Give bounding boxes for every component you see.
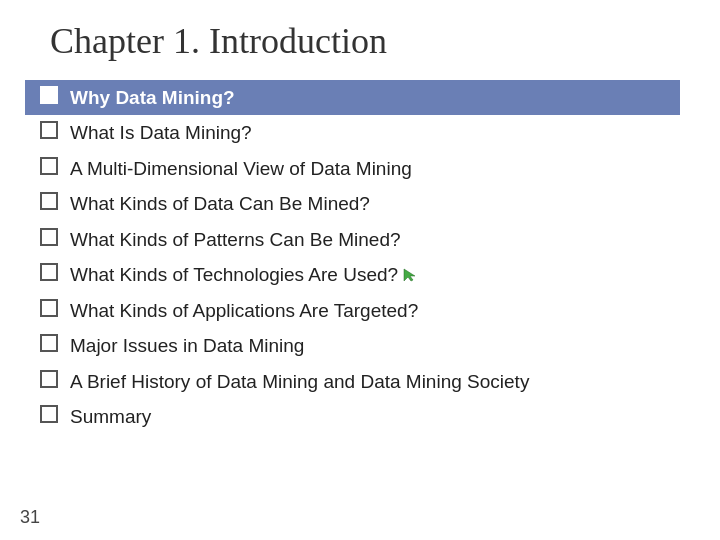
bullet-checkbox-icon xyxy=(40,228,58,246)
bullet-checkbox-icon xyxy=(40,263,58,281)
bullet-text: What Kinds of Patterns Can Be Mined? xyxy=(70,225,401,254)
bullet-text: Summary xyxy=(70,402,151,431)
bullet-text: Major Issues in Data Mining xyxy=(70,331,304,360)
cursor-icon xyxy=(402,262,418,278)
list-item: What Is Data Mining? xyxy=(40,115,680,150)
list-item: What Kinds of Patterns Can Be Mined? xyxy=(40,222,680,257)
bullet-checkbox-icon xyxy=(40,405,58,423)
list-item: Major Issues in Data Mining xyxy=(40,328,680,363)
bullet-text: Why Data Mining? xyxy=(70,83,235,112)
list-item: What Kinds of Technologies Are Used? xyxy=(40,257,680,292)
bullet-checkbox-icon xyxy=(40,121,58,139)
list-item: Summary xyxy=(40,399,680,434)
bullet-checkbox-icon xyxy=(40,157,58,175)
bullet-checkbox-icon xyxy=(40,334,58,352)
list-item: What Kinds of Data Can Be Mined? xyxy=(40,186,680,221)
list-item: A Multi-Dimensional View of Data Mining xyxy=(40,151,680,186)
bullet-text: What Is Data Mining? xyxy=(70,118,252,147)
bullet-checkbox-icon xyxy=(40,370,58,388)
bullet-text: A Multi-Dimensional View of Data Mining xyxy=(70,154,412,183)
list-item: A Brief History of Data Mining and Data … xyxy=(40,364,680,399)
slide-title: Chapter 1. Introduction xyxy=(40,20,680,62)
bullet-text: A Brief History of Data Mining and Data … xyxy=(70,367,529,396)
bullet-checkbox-icon xyxy=(40,299,58,317)
slide-container: Chapter 1. Introduction Why Data Mining?… xyxy=(0,0,720,540)
bullet-checkbox-icon xyxy=(40,192,58,210)
bullet-text: What Kinds of Data Can Be Mined? xyxy=(70,189,370,218)
page-number: 31 xyxy=(20,507,40,528)
bullet-list: Why Data Mining?What Is Data Mining?A Mu… xyxy=(40,80,680,434)
content-area: Why Data Mining?What Is Data Mining?A Mu… xyxy=(40,80,680,434)
bullet-text: What Kinds of Technologies Are Used? xyxy=(70,260,418,289)
bullet-text: What Kinds of Applications Are Targeted? xyxy=(70,296,418,325)
list-item: What Kinds of Applications Are Targeted? xyxy=(40,293,680,328)
list-item: Why Data Mining? xyxy=(25,80,680,115)
svg-marker-0 xyxy=(404,269,415,281)
bullet-checkbox-icon xyxy=(40,86,58,104)
